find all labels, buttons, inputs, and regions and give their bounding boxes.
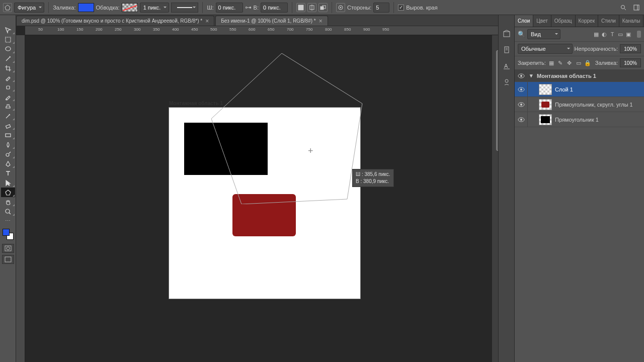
close-icon[interactable]: × xyxy=(319,18,323,25)
tab-channels[interactable]: Каналы xyxy=(619,15,644,27)
history-panel-icon[interactable] xyxy=(500,27,513,40)
filter-toggle[interactable] xyxy=(637,31,641,38)
lock-pixels-icon[interactable]: ▦ xyxy=(548,59,555,66)
lock-all-icon[interactable]: 🔒 xyxy=(584,59,591,66)
artboard-layer-row[interactable]: ▾ Монтажная область 1 xyxy=(515,70,644,82)
layer-row[interactable]: Слой 1 xyxy=(515,82,644,97)
artboard[interactable] xyxy=(169,108,360,299)
collapse-arrow-icon[interactable]: ▾ xyxy=(528,72,535,79)
marquee-tool[interactable] xyxy=(1,35,15,44)
pen-tool[interactable] xyxy=(1,159,15,168)
crop-tool[interactable] xyxy=(1,63,15,73)
stroke-width-dropdown[interactable]: 1 пикс. xyxy=(140,3,170,13)
type-tool[interactable] xyxy=(1,168,15,178)
lock-artboard-icon[interactable]: ▭ xyxy=(575,59,582,66)
layer-thumbnail[interactable] xyxy=(539,84,552,95)
opacity-label: Непрозрачность: xyxy=(575,46,618,52)
search-icon[interactable] xyxy=(619,3,628,12)
ruler-horizontal[interactable]: 50 100 150 200 250 300 350 400 450 500 5… xyxy=(25,26,498,35)
quick-mask-icon[interactable] xyxy=(2,244,14,253)
document-tab[interactable]: dim.psd @ 100% (Готовим вкусно и просто … xyxy=(16,16,214,26)
screen-mode-icon[interactable] xyxy=(2,255,14,264)
black-rectangle-shape[interactable] xyxy=(184,123,268,175)
svg-point-38 xyxy=(520,104,522,106)
link-wh-icon[interactable]: ⊶ xyxy=(245,4,252,11)
artboard-label[interactable]: Монтажная область 1 xyxy=(169,101,223,106)
lock-brush-icon[interactable]: ✎ xyxy=(557,59,564,66)
libraries-panel-icon[interactable] xyxy=(500,75,513,88)
filter-shape-icon[interactable]: ▭ xyxy=(617,31,624,38)
path-arrange-icon[interactable] xyxy=(318,3,328,12)
shape-mode-dropdown[interactable]: Фигура xyxy=(14,3,44,13)
layer-row[interactable]: Прямоугольник, скругл. углы 1 xyxy=(515,97,644,112)
sides-input[interactable]: 5 xyxy=(373,3,389,13)
lock-position-icon[interactable]: ✥ xyxy=(566,59,573,66)
fill-swatch[interactable] xyxy=(78,3,94,12)
wand-tool[interactable] xyxy=(1,54,15,63)
layer-row[interactable]: Прямоугольник 1 xyxy=(515,112,644,127)
blur-tool[interactable] xyxy=(1,140,15,149)
svg-text:A: A xyxy=(504,63,508,69)
visibility-toggle[interactable] xyxy=(515,70,528,81)
tab-layers[interactable]: Слои xyxy=(515,15,533,27)
filter-icon[interactable]: 🔍 xyxy=(518,31,525,38)
shape-tool[interactable] xyxy=(1,188,15,197)
stroke-swatch[interactable] xyxy=(122,3,138,12)
fill-opacity-input[interactable]: 100% xyxy=(620,58,641,67)
character-panel-icon[interactable]: A xyxy=(500,59,513,72)
filter-adj-icon[interactable]: ◐ xyxy=(601,31,608,38)
layer-thumbnail[interactable] xyxy=(539,99,552,110)
path-select-tool[interactable] xyxy=(1,178,15,188)
tab-styles[interactable]: Стили xyxy=(598,15,619,27)
workspace-icon[interactable] xyxy=(632,3,641,12)
filter-type-icon[interactable]: T xyxy=(609,31,616,38)
stamp-tool[interactable] xyxy=(1,102,15,111)
align-edges-checkbox[interactable] xyxy=(398,5,404,11)
tab-color[interactable]: Цвет xyxy=(533,15,551,27)
visibility-toggle[interactable] xyxy=(515,97,528,112)
stroke-dash-dropdown[interactable] xyxy=(171,3,198,13)
eyedropper-tool[interactable] xyxy=(1,73,15,82)
visibility-toggle[interactable] xyxy=(515,82,528,97)
document-tab[interactable]: Без имени-1 @ 100% (Слой 1, RGB/8#) * × xyxy=(215,16,328,26)
edit-toolbar-icon[interactable]: ⋯ xyxy=(1,216,15,226)
path-op-combine-icon[interactable] xyxy=(296,3,305,12)
shape-width-input[interactable]: 0 пикс. xyxy=(216,3,243,13)
layer-thumbnail[interactable] xyxy=(539,114,552,125)
path-align-icon[interactable] xyxy=(307,3,316,12)
visibility-toggle[interactable] xyxy=(515,112,528,127)
foreground-background-colors[interactable] xyxy=(3,229,14,240)
history-brush-tool[interactable] xyxy=(1,111,15,121)
shape-tool-preset-icon[interactable] xyxy=(3,3,12,12)
zoom-tool[interactable] xyxy=(1,207,15,216)
shape-settings-icon[interactable] xyxy=(336,3,345,12)
tab-swatches[interactable]: Образц xyxy=(551,15,576,27)
layer-filter-dropdown[interactable]: Вид xyxy=(527,29,560,39)
collapsed-panel-dock: A xyxy=(498,15,514,362)
lasso-tool[interactable] xyxy=(1,44,15,54)
gradient-tool[interactable] xyxy=(1,130,15,140)
shape-height-input[interactable]: 0 пикс. xyxy=(261,3,288,13)
sides-label: Стороны: xyxy=(347,5,371,11)
filter-pixel-icon[interactable]: ▦ xyxy=(593,31,600,38)
hand-tool[interactable] xyxy=(1,197,15,207)
svg-rect-16 xyxy=(6,134,11,137)
canvas-stage[interactable]: Монтажная область 1 + Ш : 385,6 пикс. В … xyxy=(25,35,498,362)
tab-adjust[interactable]: Коррек xyxy=(576,15,598,27)
move-tool[interactable] xyxy=(1,25,15,35)
brush-tool[interactable] xyxy=(1,92,15,102)
blend-mode-dropdown[interactable]: Обычные xyxy=(518,44,573,54)
heal-tool[interactable] xyxy=(1,82,15,92)
red-rounded-rect-shape[interactable] xyxy=(232,194,296,236)
opacity-input[interactable]: 100% xyxy=(620,44,641,53)
svg-rect-14 xyxy=(7,86,10,89)
eraser-tool[interactable] xyxy=(1,121,15,130)
filter-smart-icon[interactable]: ▣ xyxy=(625,31,632,38)
panel-tab-strip: Слои Цвет Образц Коррек Стили Каналы Кон… xyxy=(515,15,644,27)
dodge-tool[interactable] xyxy=(1,149,15,159)
ruler-vertical[interactable] xyxy=(16,35,25,362)
svg-point-34 xyxy=(520,75,522,77)
properties-panel-icon[interactable] xyxy=(500,43,513,56)
scrollbar-vertical[interactable] xyxy=(492,35,498,362)
close-icon[interactable]: × xyxy=(205,18,209,25)
